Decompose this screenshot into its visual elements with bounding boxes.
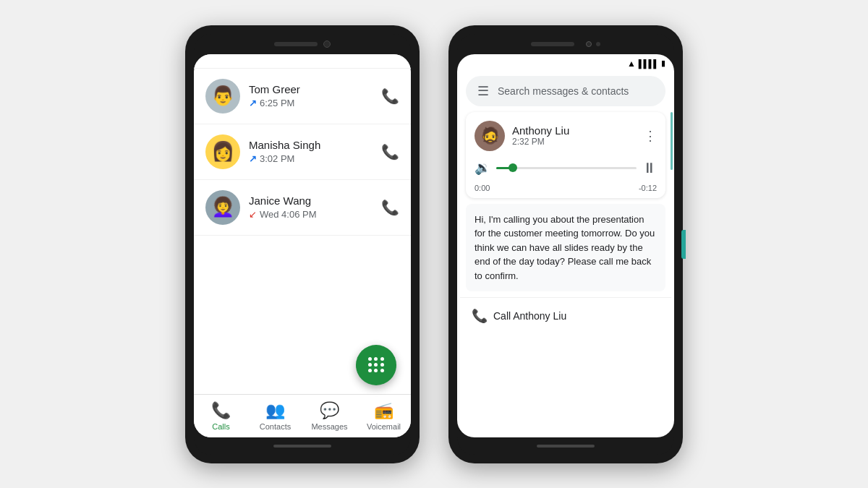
audio-end-time: -0:12 bbox=[639, 184, 657, 192]
status-icons: ▲ ▌▌▌▌ ▮ bbox=[627, 59, 665, 69]
speaker bbox=[274, 42, 318, 46]
nav-calls[interactable]: 📞 Calls bbox=[194, 395, 248, 437]
call-time-janice: ↙ Wed 4:06 PM bbox=[249, 209, 373, 220]
call-name-janice: Janice Wang bbox=[249, 194, 373, 207]
call-back-label: Call Anthony Liu bbox=[493, 310, 566, 322]
call-name-tom: Tom Greer bbox=[249, 83, 373, 95]
wifi-icon: ▲ bbox=[627, 59, 636, 69]
dial-pad-icon bbox=[368, 357, 384, 372]
call-name-manisha: Manisha Singh bbox=[249, 139, 373, 151]
message-card: 🧔 Anthony Liu 2:32 PM ⋮ 🔉 ⏸ 0:00 - bbox=[466, 112, 665, 198]
home-indicator-right bbox=[537, 445, 595, 448]
call-time-manisha: ↗ 3:02 PM bbox=[249, 153, 373, 164]
call-item-manisha[interactable]: 👩 Manisha Singh ↗ 3:02 PM 📞 bbox=[194, 124, 411, 180]
avatar-janice: 👩‍🦱 bbox=[205, 190, 240, 225]
volume-icon[interactable]: 🔉 bbox=[475, 160, 490, 176]
left-phone-bottom-bar bbox=[194, 437, 411, 455]
contacts-label: Contacts bbox=[260, 422, 291, 431]
nav-contacts[interactable]: 👥 Contacts bbox=[248, 395, 302, 437]
contact-name: Anthony Liu bbox=[512, 124, 637, 137]
calls-label: Calls bbox=[212, 422, 229, 431]
call-phone-icon-manisha[interactable]: 📞 bbox=[381, 143, 399, 160]
audio-times: 0:00 -0:12 bbox=[466, 182, 665, 198]
accent-bar bbox=[681, 230, 686, 259]
calls-icon: 📞 bbox=[211, 401, 231, 420]
nav-messages[interactable]: 💬 Messages bbox=[302, 395, 357, 437]
search-bar[interactable]: ☰ Search messages & contacts bbox=[466, 76, 665, 106]
right-phone-top-bar bbox=[457, 34, 674, 54]
call-back-button[interactable]: 📞 Call Anthony Liu bbox=[460, 297, 671, 334]
status-bar: ▲ ▌▌▌▌ ▮ bbox=[457, 54, 674, 70]
messages-label: Messages bbox=[311, 422, 347, 431]
call-phone-icon-tom[interactable]: 📞 bbox=[381, 87, 399, 105]
call-item-tom[interactable]: 👨 Tom Greer ↗ 6:25 PM 📞 bbox=[194, 69, 411, 124]
contacts-icon: 👥 bbox=[265, 401, 285, 420]
voicemail-label: Voicemail bbox=[367, 422, 401, 431]
more-options-icon[interactable]: ⋮ bbox=[644, 128, 657, 144]
message-time: 2:32 PM bbox=[512, 137, 637, 147]
call-info-manisha: Manisha Singh ↗ 3:02 PM bbox=[249, 139, 373, 164]
nav-voicemail[interactable]: 📻 Voicemail bbox=[357, 395, 411, 437]
call-phone-icon-janice[interactable]: 📞 bbox=[381, 199, 399, 216]
right-speaker bbox=[531, 42, 574, 46]
battery-icon: ▮ bbox=[661, 59, 665, 68]
signal-icon: ▌▌▌▌ bbox=[639, 59, 658, 68]
left-phone-screen: 👨 Tom Greer ↗ 6:25 PM 📞 👩 Manisha Sin bbox=[194, 54, 411, 437]
avatar-anthony: 🧔 bbox=[475, 121, 505, 151]
calls-list: 👨 Tom Greer ↗ 6:25 PM 📞 👩 Manisha Sin bbox=[194, 69, 411, 236]
home-indicator bbox=[273, 445, 331, 448]
pause-icon[interactable]: ⏸ bbox=[642, 160, 657, 176]
bottom-nav: 📞 Calls 👥 Contacts 💬 Messages 📻 Voicemai… bbox=[194, 394, 411, 437]
dial-pad-fab[interactable] bbox=[356, 345, 396, 385]
audio-player: 🔉 ⏸ bbox=[466, 157, 665, 182]
messages-icon: 💬 bbox=[320, 401, 339, 420]
message-info: Anthony Liu 2:32 PM bbox=[512, 124, 637, 147]
transcript: Hi, I'm calling you about the presentati… bbox=[466, 204, 665, 292]
front-camera bbox=[586, 41, 592, 47]
search-text: Search messages & contacts bbox=[498, 85, 629, 97]
scrollbar[interactable] bbox=[671, 112, 673, 170]
call-item-janice[interactable]: 👩‍🦱 Janice Wang ↙ Wed 4:06 PM 📞 bbox=[194, 180, 411, 236]
avatar-tom: 👨 bbox=[205, 79, 240, 114]
left-phone: 👨 Tom Greer ↗ 6:25 PM 📞 👩 Manisha Sin bbox=[185, 25, 420, 463]
progress-bar[interactable] bbox=[496, 167, 637, 169]
camera bbox=[323, 40, 331, 48]
voicemail-icon: 📻 bbox=[374, 401, 393, 420]
sensor bbox=[596, 42, 600, 46]
right-phone-screen: ▲ ▌▌▌▌ ▮ ☰ Search messages & contacts 🧔 … bbox=[457, 54, 674, 437]
avatar-manisha: 👩 bbox=[205, 134, 240, 169]
hamburger-icon[interactable]: ☰ bbox=[477, 83, 489, 99]
call-back-icon: 📞 bbox=[472, 308, 488, 324]
audio-start-time: 0:00 bbox=[475, 184, 490, 192]
right-phone: ▲ ▌▌▌▌ ▮ ☰ Search messages & contacts 🧔 … bbox=[448, 25, 683, 463]
call-info-janice: Janice Wang ↙ Wed 4:06 PM bbox=[249, 194, 373, 220]
call-time-tom: ↗ 6:25 PM bbox=[249, 98, 373, 108]
right-phone-bottom-bar bbox=[457, 437, 674, 455]
message-header: 🧔 Anthony Liu 2:32 PM ⋮ bbox=[466, 112, 665, 157]
progress-thumb[interactable] bbox=[509, 163, 517, 172]
left-phone-top-bar bbox=[194, 34, 411, 54]
call-info-tom: Tom Greer ↗ 6:25 PM bbox=[249, 83, 373, 108]
